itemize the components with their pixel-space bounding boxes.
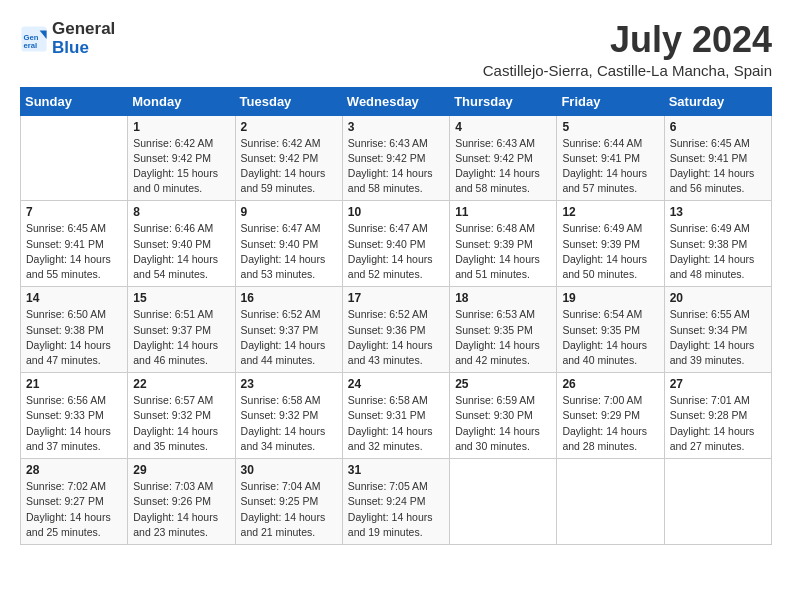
day-number: 8 xyxy=(133,205,229,219)
day-number: 19 xyxy=(562,291,658,305)
calendar-cell: 5Sunrise: 6:44 AMSunset: 9:41 PMDaylight… xyxy=(557,115,664,201)
day-info: Sunrise: 6:53 AMSunset: 9:35 PMDaylight:… xyxy=(455,307,551,368)
day-number: 18 xyxy=(455,291,551,305)
day-info: Sunrise: 6:44 AMSunset: 9:41 PMDaylight:… xyxy=(562,136,658,197)
svg-text:eral: eral xyxy=(24,41,38,50)
day-info: Sunrise: 6:46 AMSunset: 9:40 PMDaylight:… xyxy=(133,221,229,282)
day-info: Sunrise: 7:04 AMSunset: 9:25 PMDaylight:… xyxy=(241,479,337,540)
calendar-cell: 15Sunrise: 6:51 AMSunset: 9:37 PMDayligh… xyxy=(128,287,235,373)
calendar-cell: 4Sunrise: 6:43 AMSunset: 9:42 PMDaylight… xyxy=(450,115,557,201)
day-number: 5 xyxy=(562,120,658,134)
day-number: 16 xyxy=(241,291,337,305)
day-info: Sunrise: 6:54 AMSunset: 9:35 PMDaylight:… xyxy=(562,307,658,368)
calendar-cell: 26Sunrise: 7:00 AMSunset: 9:29 PMDayligh… xyxy=(557,373,664,459)
calendar-cell: 21Sunrise: 6:56 AMSunset: 9:33 PMDayligh… xyxy=(21,373,128,459)
calendar-cell: 16Sunrise: 6:52 AMSunset: 9:37 PMDayligh… xyxy=(235,287,342,373)
day-info: Sunrise: 6:50 AMSunset: 9:38 PMDaylight:… xyxy=(26,307,122,368)
calendar-cell xyxy=(664,459,771,545)
day-info: Sunrise: 6:49 AMSunset: 9:38 PMDaylight:… xyxy=(670,221,766,282)
day-info: Sunrise: 6:52 AMSunset: 9:37 PMDaylight:… xyxy=(241,307,337,368)
logo-text: General Blue xyxy=(52,20,115,57)
calendar-cell: 23Sunrise: 6:58 AMSunset: 9:32 PMDayligh… xyxy=(235,373,342,459)
calendar-cell: 2Sunrise: 6:42 AMSunset: 9:42 PMDaylight… xyxy=(235,115,342,201)
calendar-cell: 10Sunrise: 6:47 AMSunset: 9:40 PMDayligh… xyxy=(342,201,449,287)
day-info: Sunrise: 7:00 AMSunset: 9:29 PMDaylight:… xyxy=(562,393,658,454)
calendar-cell xyxy=(557,459,664,545)
day-number: 13 xyxy=(670,205,766,219)
calendar-cell: 28Sunrise: 7:02 AMSunset: 9:27 PMDayligh… xyxy=(21,459,128,545)
weekday-header-tuesday: Tuesday xyxy=(235,87,342,115)
day-info: Sunrise: 7:01 AMSunset: 9:28 PMDaylight:… xyxy=(670,393,766,454)
calendar-cell: 31Sunrise: 7:05 AMSunset: 9:24 PMDayligh… xyxy=(342,459,449,545)
weekday-header-saturday: Saturday xyxy=(664,87,771,115)
location-subtitle: Castillejo-Sierra, Castille-La Mancha, S… xyxy=(483,62,772,79)
page-header: Gen eral General Blue July 2024 Castille… xyxy=(20,20,772,79)
weekday-header-monday: Monday xyxy=(128,87,235,115)
day-number: 31 xyxy=(348,463,444,477)
day-info: Sunrise: 6:55 AMSunset: 9:34 PMDaylight:… xyxy=(670,307,766,368)
logo-icon: Gen eral xyxy=(20,25,48,53)
day-number: 2 xyxy=(241,120,337,134)
calendar-cell: 30Sunrise: 7:04 AMSunset: 9:25 PMDayligh… xyxy=(235,459,342,545)
day-info: Sunrise: 6:48 AMSunset: 9:39 PMDaylight:… xyxy=(455,221,551,282)
day-number: 7 xyxy=(26,205,122,219)
calendar-cell: 20Sunrise: 6:55 AMSunset: 9:34 PMDayligh… xyxy=(664,287,771,373)
calendar-cell: 13Sunrise: 6:49 AMSunset: 9:38 PMDayligh… xyxy=(664,201,771,287)
day-number: 20 xyxy=(670,291,766,305)
calendar-week-row: 7Sunrise: 6:45 AMSunset: 9:41 PMDaylight… xyxy=(21,201,772,287)
day-info: Sunrise: 6:45 AMSunset: 9:41 PMDaylight:… xyxy=(26,221,122,282)
calendar-cell: 8Sunrise: 6:46 AMSunset: 9:40 PMDaylight… xyxy=(128,201,235,287)
calendar-cell xyxy=(21,115,128,201)
day-number: 15 xyxy=(133,291,229,305)
day-number: 23 xyxy=(241,377,337,391)
month-year-title: July 2024 xyxy=(483,20,772,60)
calendar-cell: 24Sunrise: 6:58 AMSunset: 9:31 PMDayligh… xyxy=(342,373,449,459)
day-number: 4 xyxy=(455,120,551,134)
day-number: 12 xyxy=(562,205,658,219)
logo: Gen eral General Blue xyxy=(20,20,115,57)
day-number: 3 xyxy=(348,120,444,134)
calendar-cell: 1Sunrise: 6:42 AMSunset: 9:42 PMDaylight… xyxy=(128,115,235,201)
day-info: Sunrise: 6:52 AMSunset: 9:36 PMDaylight:… xyxy=(348,307,444,368)
day-info: Sunrise: 7:02 AMSunset: 9:27 PMDaylight:… xyxy=(26,479,122,540)
day-info: Sunrise: 6:59 AMSunset: 9:30 PMDaylight:… xyxy=(455,393,551,454)
day-info: Sunrise: 6:49 AMSunset: 9:39 PMDaylight:… xyxy=(562,221,658,282)
day-info: Sunrise: 6:42 AMSunset: 9:42 PMDaylight:… xyxy=(241,136,337,197)
day-number: 17 xyxy=(348,291,444,305)
day-info: Sunrise: 6:43 AMSunset: 9:42 PMDaylight:… xyxy=(455,136,551,197)
day-number: 22 xyxy=(133,377,229,391)
day-number: 9 xyxy=(241,205,337,219)
calendar-cell: 9Sunrise: 6:47 AMSunset: 9:40 PMDaylight… xyxy=(235,201,342,287)
day-number: 24 xyxy=(348,377,444,391)
weekday-header-sunday: Sunday xyxy=(21,87,128,115)
day-number: 27 xyxy=(670,377,766,391)
calendar-week-row: 14Sunrise: 6:50 AMSunset: 9:38 PMDayligh… xyxy=(21,287,772,373)
day-info: Sunrise: 7:03 AMSunset: 9:26 PMDaylight:… xyxy=(133,479,229,540)
day-info: Sunrise: 6:43 AMSunset: 9:42 PMDaylight:… xyxy=(348,136,444,197)
calendar-cell: 27Sunrise: 7:01 AMSunset: 9:28 PMDayligh… xyxy=(664,373,771,459)
calendar-cell: 17Sunrise: 6:52 AMSunset: 9:36 PMDayligh… xyxy=(342,287,449,373)
calendar-cell: 14Sunrise: 6:50 AMSunset: 9:38 PMDayligh… xyxy=(21,287,128,373)
calendar-cell: 7Sunrise: 6:45 AMSunset: 9:41 PMDaylight… xyxy=(21,201,128,287)
calendar-cell: 29Sunrise: 7:03 AMSunset: 9:26 PMDayligh… xyxy=(128,459,235,545)
calendar-week-row: 1Sunrise: 6:42 AMSunset: 9:42 PMDaylight… xyxy=(21,115,772,201)
calendar-cell: 19Sunrise: 6:54 AMSunset: 9:35 PMDayligh… xyxy=(557,287,664,373)
day-number: 1 xyxy=(133,120,229,134)
calendar-table: SundayMondayTuesdayWednesdayThursdayFrid… xyxy=(20,87,772,545)
calendar-week-row: 21Sunrise: 6:56 AMSunset: 9:33 PMDayligh… xyxy=(21,373,772,459)
day-number: 14 xyxy=(26,291,122,305)
day-info: Sunrise: 6:58 AMSunset: 9:32 PMDaylight:… xyxy=(241,393,337,454)
calendar-week-row: 28Sunrise: 7:02 AMSunset: 9:27 PMDayligh… xyxy=(21,459,772,545)
title-area: July 2024 Castillejo-Sierra, Castille-La… xyxy=(483,20,772,79)
weekday-header-friday: Friday xyxy=(557,87,664,115)
calendar-cell: 12Sunrise: 6:49 AMSunset: 9:39 PMDayligh… xyxy=(557,201,664,287)
weekday-header-thursday: Thursday xyxy=(450,87,557,115)
day-info: Sunrise: 6:57 AMSunset: 9:32 PMDaylight:… xyxy=(133,393,229,454)
day-number: 25 xyxy=(455,377,551,391)
day-number: 28 xyxy=(26,463,122,477)
day-info: Sunrise: 6:58 AMSunset: 9:31 PMDaylight:… xyxy=(348,393,444,454)
calendar-cell xyxy=(450,459,557,545)
calendar-cell: 11Sunrise: 6:48 AMSunset: 9:39 PMDayligh… xyxy=(450,201,557,287)
calendar-cell: 18Sunrise: 6:53 AMSunset: 9:35 PMDayligh… xyxy=(450,287,557,373)
day-info: Sunrise: 6:45 AMSunset: 9:41 PMDaylight:… xyxy=(670,136,766,197)
